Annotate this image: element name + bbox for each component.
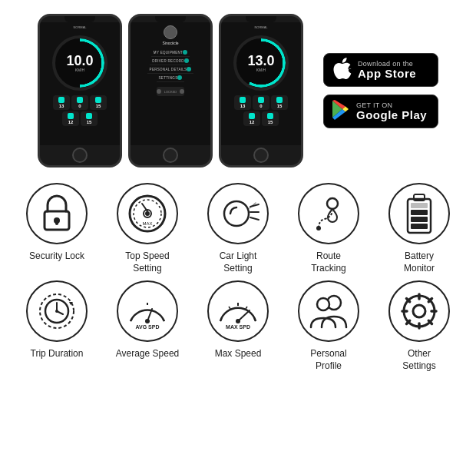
stat-icon-gear-3 [267,113,273,119]
feature-trip-duration: Trip Duration [15,280,98,360]
stat-box-gear-3: 15 [262,111,279,126]
phone-home-btn-3 [253,148,269,163]
feature-max-speed: MAX SPD Max Speed [197,280,279,360]
stat-val-3-1: 13 [240,104,246,108]
speedometer-icon: MAX [127,193,168,234]
menu-item-equipment-text: MY EQUIPMENT [154,51,183,55]
svg-text:AVG SPD: AVG SPD [136,324,160,330]
feature-label-average-speed: Average Speed [116,348,180,360]
top-section: NORMAL 10.0 KM/H 13 [0,0,476,175]
avg-spd-icon: AVG SPD [127,292,168,330]
stat-box-bolt-1: 0 [71,95,88,110]
feature-circle-top-speed: MAX [117,183,178,244]
appstore-badge[interactable]: Download on the App Store [323,53,438,87]
stat-val-2: 0 [78,104,81,108]
menu-avatar [164,25,177,39]
feature-top-speed: MAX Top SpeedSetting [106,183,189,274]
speed-value-container-1: 10.0 KM/H [66,54,93,72]
feature-security-lock: Security Lock [15,183,98,263]
stat-box-gear-1: 15 [81,111,98,126]
stat-box-speed-3: 15 [271,95,288,110]
phone-home-btn-1 [72,148,88,163]
feature-label-max-speed: Max Speed [215,348,262,360]
profile-icon [306,294,351,329]
menu-item-personal-icon [187,67,191,71]
store-badges: Download on the App Store GET IT ON Goog… [323,53,438,128]
feature-label-other-settings: OtherSettings [402,348,435,372]
phone-2: Sinociicle MY EQUIPMENT DRIVER RECORD PE… [128,14,213,167]
svg-point-43 [413,305,425,317]
feature-label-security-lock: Security Lock [29,250,84,263]
svg-point-39 [236,319,240,323]
phone-screen-1: NORMAL 10.0 KM/H 13 [40,22,120,145]
stat-box-bolt-3: 0 [253,95,269,110]
phones-container: NORMAL 10.0 KM/H 13 [38,14,303,167]
feature-personal-profile: PersonalProfile [287,280,370,372]
svg-point-44 [404,296,435,327]
stat-icon-lock-3 [240,97,246,103]
svg-rect-20 [411,210,428,215]
speed-number-1: 10.0 [66,54,93,68]
speed-label-3: NORMAL [254,25,267,29]
svg-line-36 [229,307,230,309]
svg-rect-21 [411,203,428,208]
stat-box-lock-3: 13 [234,95,251,110]
feature-battery-monitor: BatteryMonitor [378,183,461,274]
features-row-1: Security Lock MAX Top SpeedSetting [15,183,461,274]
svg-point-15 [316,226,321,230]
phone-notch-1 [64,16,95,22]
stat-icon-lock-1 [58,97,64,103]
feature-circle-trip-duration [26,280,88,342]
phone-screen-2: Sinociicle MY EQUIPMENT DRIVER RECORD PE… [131,22,210,145]
locked-bar: LOCKED [157,87,184,96]
svg-text:MAX: MAX [142,221,152,226]
appstore-main-label: App Store [358,68,416,81]
clock-icon [37,291,77,331]
googleplay-badge[interactable]: GET IT ON Google Play [323,95,438,128]
stat-icon-speed-1 [95,97,101,103]
menu-item-personal-text: PERSONAL DETAILS [150,68,187,71]
stat-val-1: 13 [59,104,64,108]
svg-point-9 [224,201,249,226]
stat-val-4: 12 [68,120,74,124]
menu-item-equipment: MY EQUIPMENT [151,48,190,57]
stat-box-bat-1: 12 [62,111,79,126]
phone-1: NORMAL 10.0 KM/H 13 [38,14,122,167]
feature-circle-average-speed: AVG SPD [117,280,178,342]
stat-val-3-4: 12 [250,120,255,124]
speed-number-3: 13.0 [247,54,274,68]
stats-row-1: 13 0 15 [43,95,117,110]
menu-item-personal: PERSONAL DETAILS [147,65,194,74]
stats-row-3: 13 0 15 [224,95,298,110]
svg-rect-18 [411,224,428,229]
feature-circle-route-tracking [298,183,359,244]
svg-line-12 [250,217,259,220]
phone-3: NORMAL 13.0 KM/H 13 [219,14,303,167]
feature-circle-security-lock [26,183,88,244]
feature-label-route-tracking: RouteTracking [311,250,346,274]
car-light-icon [217,197,259,230]
stat-icon-speed-3 [276,97,283,103]
features-row-2: Trip Duration AVG SPD [15,280,461,372]
speedometer-3: 13.0 KM/H [233,35,289,91]
menu-item-settings: SETTINGS [157,74,185,82]
max-spd-icon: MAX SPD [217,292,259,330]
route-icon [308,194,349,233]
svg-line-37 [246,307,247,309]
feature-label-battery-monitor: BatteryMonitor [404,250,435,274]
feature-circle-other-settings [388,280,450,342]
stat-icon-gear-1 [86,113,92,119]
menu-item-settings-icon [177,75,182,80]
feature-label-car-light: Car LightSetting [220,250,257,274]
locked-text: LOCKED [164,90,177,94]
speed-ring-1: 10.0 KM/H [52,35,107,91]
settings-icon [398,290,440,332]
googleplay-text: GET IT ON Google Play [356,101,427,122]
appstore-text: Download on the App Store [358,60,416,81]
svg-point-42 [317,298,329,310]
feature-circle-car-light [207,183,269,244]
features-section: Security Lock MAX Top SpeedSetting [0,175,476,372]
phone-notch-2 [155,16,186,22]
lock-icon [40,194,74,233]
speed-value-container-3: 13.0 KM/H [247,54,274,72]
